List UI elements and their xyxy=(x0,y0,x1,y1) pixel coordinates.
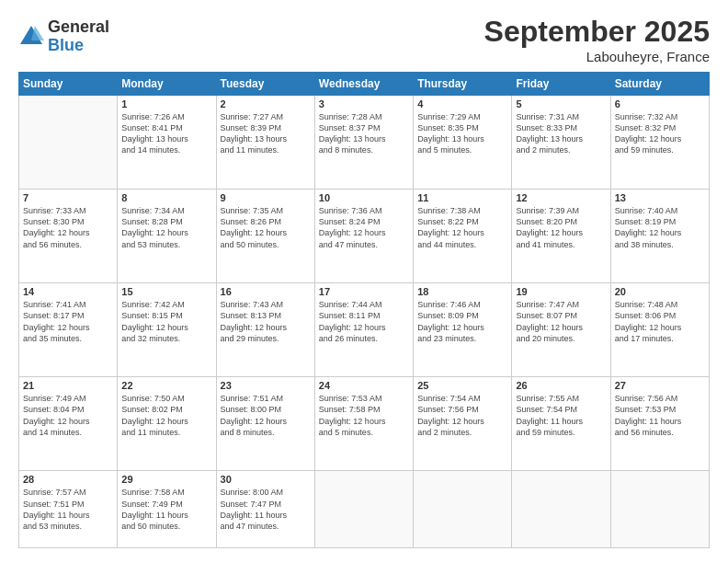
title-block: September 2025 Labouheyre, France xyxy=(484,15,710,64)
day-number: 23 xyxy=(221,380,311,391)
calendar-cell: 23Sunrise: 7:51 AMSunset: 8:00 PMDayligh… xyxy=(216,377,314,471)
page: General Blue September 2025 Labouheyre, … xyxy=(0,0,728,563)
cell-info: Sunrise: 7:31 AMSunset: 8:33 PMDaylight:… xyxy=(516,111,606,156)
calendar-cell: 28Sunrise: 7:57 AMSunset: 7:51 PMDayligh… xyxy=(19,471,118,548)
logo-text: General Blue xyxy=(48,18,109,55)
day-number: 11 xyxy=(417,192,507,203)
calendar-cell: 12Sunrise: 7:39 AMSunset: 8:20 PMDayligh… xyxy=(512,190,610,283)
cell-info: Sunrise: 7:39 AMSunset: 8:20 PMDaylight:… xyxy=(516,205,606,250)
cell-info: Sunrise: 7:35 AMSunset: 8:26 PMDaylight:… xyxy=(221,205,311,250)
month-title: September 2025 xyxy=(484,15,710,49)
calendar-cell xyxy=(414,471,512,548)
day-number: 2 xyxy=(221,98,311,109)
calendar-cell xyxy=(610,471,709,548)
logo-blue: Blue xyxy=(48,37,109,55)
cell-info: Sunrise: 7:32 AMSunset: 8:32 PMDaylight:… xyxy=(615,111,705,156)
calendar-cell: 27Sunrise: 7:56 AMSunset: 7:53 PMDayligh… xyxy=(610,377,709,471)
calendar-cell: 13Sunrise: 7:40 AMSunset: 8:19 PMDayligh… xyxy=(610,190,709,283)
calendar-week-row: 1Sunrise: 7:26 AMSunset: 8:41 PMDaylight… xyxy=(19,96,710,190)
day-number: 30 xyxy=(221,474,311,485)
cell-info: Sunrise: 7:40 AMSunset: 8:19 PMDaylight:… xyxy=(615,205,705,250)
day-number: 6 xyxy=(615,98,705,109)
cell-info: Sunrise: 7:47 AMSunset: 8:07 PMDaylight:… xyxy=(516,299,606,344)
calendar-cell: 22Sunrise: 7:50 AMSunset: 8:02 PMDayligh… xyxy=(118,377,216,471)
header: General Blue September 2025 Labouheyre, … xyxy=(18,15,710,64)
calendar-cell: 21Sunrise: 7:49 AMSunset: 8:04 PMDayligh… xyxy=(19,377,118,471)
cell-info: Sunrise: 7:58 AMSunset: 7:49 PMDaylight:… xyxy=(121,487,211,532)
calendar-cell: 2Sunrise: 7:27 AMSunset: 8:39 PMDaylight… xyxy=(216,96,314,190)
calendar-cell: 25Sunrise: 7:54 AMSunset: 7:56 PMDayligh… xyxy=(414,377,512,471)
cell-info: Sunrise: 7:41 AMSunset: 8:17 PMDaylight:… xyxy=(23,299,113,344)
calendar-cell: 16Sunrise: 7:43 AMSunset: 8:13 PMDayligh… xyxy=(216,283,314,377)
calendar-header-friday: Friday xyxy=(512,73,610,96)
day-number: 7 xyxy=(23,192,113,203)
cell-info: Sunrise: 7:53 AMSunset: 7:58 PMDaylight:… xyxy=(319,393,409,438)
day-number: 18 xyxy=(417,286,507,297)
cell-info: Sunrise: 7:57 AMSunset: 7:51 PMDaylight:… xyxy=(23,487,113,532)
cell-info: Sunrise: 7:51 AMSunset: 8:00 PMDaylight:… xyxy=(221,393,311,438)
calendar-cell: 17Sunrise: 7:44 AMSunset: 8:11 PMDayligh… xyxy=(314,283,413,377)
cell-info: Sunrise: 7:56 AMSunset: 7:53 PMDaylight:… xyxy=(615,393,705,438)
calendar-cell: 1Sunrise: 7:26 AMSunset: 8:41 PMDaylight… xyxy=(118,96,216,190)
calendar-week-row: 21Sunrise: 7:49 AMSunset: 8:04 PMDayligh… xyxy=(19,377,710,471)
day-number: 3 xyxy=(319,98,409,109)
calendar-cell: 8Sunrise: 7:34 AMSunset: 8:28 PMDaylight… xyxy=(118,190,216,283)
day-number: 15 xyxy=(121,286,211,297)
day-number: 29 xyxy=(121,474,211,485)
cell-info: Sunrise: 7:38 AMSunset: 8:22 PMDaylight:… xyxy=(417,205,507,250)
cell-info: Sunrise: 7:29 AMSunset: 8:35 PMDaylight:… xyxy=(417,111,507,156)
calendar-cell: 18Sunrise: 7:46 AMSunset: 8:09 PMDayligh… xyxy=(414,283,512,377)
day-number: 19 xyxy=(516,286,606,297)
cell-info: Sunrise: 7:26 AMSunset: 8:41 PMDaylight:… xyxy=(121,111,211,156)
day-number: 9 xyxy=(221,192,311,203)
calendar-cell: 5Sunrise: 7:31 AMSunset: 8:33 PMDaylight… xyxy=(512,96,610,190)
cell-info: Sunrise: 7:46 AMSunset: 8:09 PMDaylight:… xyxy=(417,299,507,344)
day-number: 25 xyxy=(417,380,507,391)
calendar-cell: 10Sunrise: 7:36 AMSunset: 8:24 PMDayligh… xyxy=(314,190,413,283)
cell-info: Sunrise: 7:50 AMSunset: 8:02 PMDaylight:… xyxy=(121,393,211,438)
calendar-cell: 6Sunrise: 7:32 AMSunset: 8:32 PMDaylight… xyxy=(610,96,709,190)
calendar-cell: 14Sunrise: 7:41 AMSunset: 8:17 PMDayligh… xyxy=(19,283,118,377)
calendar-cell xyxy=(19,96,118,190)
calendar-week-row: 14Sunrise: 7:41 AMSunset: 8:17 PMDayligh… xyxy=(19,283,710,377)
location: Labouheyre, France xyxy=(484,49,710,64)
calendar-cell: 4Sunrise: 7:29 AMSunset: 8:35 PMDaylight… xyxy=(414,96,512,190)
cell-info: Sunrise: 7:34 AMSunset: 8:28 PMDaylight:… xyxy=(121,205,211,250)
logo-general: General xyxy=(48,18,109,37)
calendar-cell: 7Sunrise: 7:33 AMSunset: 8:30 PMDaylight… xyxy=(19,190,118,283)
calendar-cell: 29Sunrise: 7:58 AMSunset: 7:49 PMDayligh… xyxy=(118,471,216,548)
calendar-cell: 19Sunrise: 7:47 AMSunset: 8:07 PMDayligh… xyxy=(512,283,610,377)
calendar-cell: 9Sunrise: 7:35 AMSunset: 8:26 PMDaylight… xyxy=(216,190,314,283)
calendar-week-row: 7Sunrise: 7:33 AMSunset: 8:30 PMDaylight… xyxy=(19,190,710,283)
cell-info: Sunrise: 7:49 AMSunset: 8:04 PMDaylight:… xyxy=(23,393,113,438)
day-number: 22 xyxy=(121,380,211,391)
calendar-header-thursday: Thursday xyxy=(414,73,512,96)
calendar-cell: 24Sunrise: 7:53 AMSunset: 7:58 PMDayligh… xyxy=(314,377,413,471)
cell-info: Sunrise: 7:36 AMSunset: 8:24 PMDaylight:… xyxy=(319,205,409,250)
day-number: 17 xyxy=(319,286,409,297)
calendar-cell: 15Sunrise: 7:42 AMSunset: 8:15 PMDayligh… xyxy=(118,283,216,377)
calendar-header-wednesday: Wednesday xyxy=(314,73,413,96)
calendar-header-sunday: Sunday xyxy=(19,73,118,96)
day-number: 27 xyxy=(615,380,705,391)
calendar-cell: 20Sunrise: 7:48 AMSunset: 8:06 PMDayligh… xyxy=(610,283,709,377)
svg-marker-1 xyxy=(31,26,44,40)
calendar-header-tuesday: Tuesday xyxy=(216,73,314,96)
cell-info: Sunrise: 7:27 AMSunset: 8:39 PMDaylight:… xyxy=(221,111,311,156)
day-number: 20 xyxy=(615,286,705,297)
cell-info: Sunrise: 7:54 AMSunset: 7:56 PMDaylight:… xyxy=(417,393,507,438)
day-number: 21 xyxy=(23,380,113,391)
cell-info: Sunrise: 7:42 AMSunset: 8:15 PMDaylight:… xyxy=(121,299,211,344)
day-number: 5 xyxy=(516,98,606,109)
logo-icon xyxy=(18,24,44,50)
calendar-cell: 30Sunrise: 8:00 AMSunset: 7:47 PMDayligh… xyxy=(216,471,314,548)
calendar-header-saturday: Saturday xyxy=(610,73,709,96)
day-number: 4 xyxy=(417,98,507,109)
cell-info: Sunrise: 7:55 AMSunset: 7:54 PMDaylight:… xyxy=(516,393,606,438)
calendar-cell: 26Sunrise: 7:55 AMSunset: 7:54 PMDayligh… xyxy=(512,377,610,471)
day-number: 16 xyxy=(221,286,311,297)
day-number: 8 xyxy=(121,192,211,203)
day-number: 24 xyxy=(319,380,409,391)
calendar-cell xyxy=(314,471,413,548)
logo: General Blue xyxy=(18,18,109,55)
